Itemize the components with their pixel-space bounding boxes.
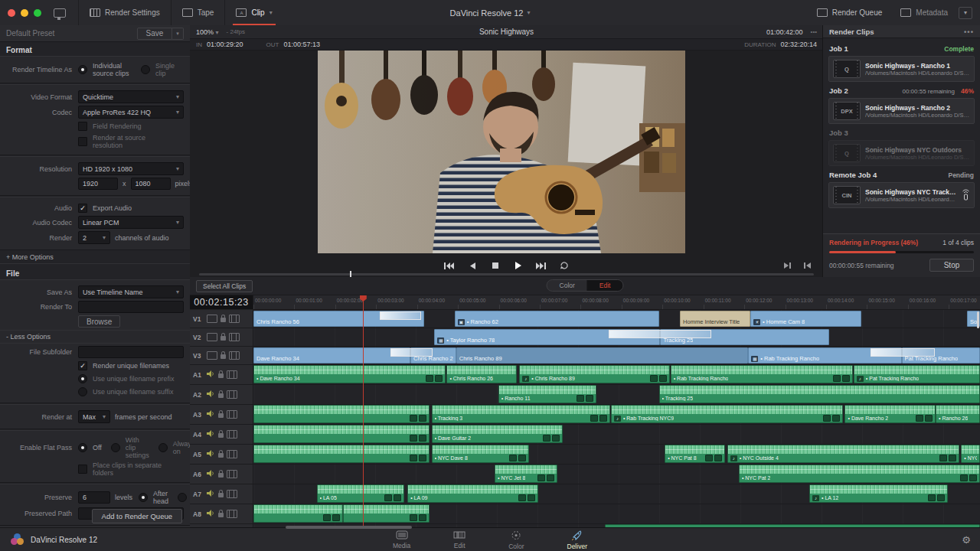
less-options-toggle[interactable]: - Less Options [0,330,190,344]
clip-tool-icon[interactable] [518,455,526,461]
fullscreen-viewer-icon[interactable] [54,8,66,18]
filename-prefix-radio[interactable] [78,374,87,383]
render-at-dropdown[interactable]: Max [78,410,110,423]
clip-tool-icon[interactable] [537,474,545,481]
speaker-icon[interactable] [207,370,215,379]
timeline-audio-clip[interactable]: • NYC Jet 8 [495,465,557,483]
timeline-clip[interactable]: ▣• Rancho 62 [455,311,659,327]
clip-tool-icon[interactable] [833,375,841,382]
stop-icon[interactable] [490,261,501,270]
auto-select-icon[interactable] [227,490,237,498]
zoom-window-icon[interactable] [34,9,41,17]
page-tab-edit[interactable]: Edit [449,530,470,551]
video-enable-icon[interactable] [207,351,217,360]
save-preset-dropdown[interactable]: ▾ [172,28,184,40]
timeline-audio-clip[interactable]: • Dave Guitar 2 [432,425,564,443]
transition-handle[interactable] [871,348,936,357]
channels-dropdown[interactable]: 2 [78,231,110,244]
tab-metadata[interactable]: Metadata [893,8,956,17]
flat-pass-clip-radio[interactable] [111,443,120,452]
resolution-dropdown[interactable]: HD 1920 x 1080 [78,162,184,175]
clip-tool-icon[interactable] [410,514,417,521]
stop-button[interactable]: Stop [929,259,974,272]
viewer-more-menu-icon[interactable]: ••• [811,28,817,35]
add-to-render-queue-button[interactable]: Add to Render Queue [92,509,182,523]
timeline-audio-clip[interactable]: • LA 09 [407,484,538,503]
lock-icon[interactable] [218,373,224,378]
tab-tape[interactable]: Tape [171,0,225,25]
filename-suffix-radio[interactable] [78,387,87,396]
timeline-audio-clip[interactable] [343,504,430,523]
clip-tool-icon[interactable] [590,415,598,422]
render-source-res-checkbox[interactable] [78,137,87,146]
page-tab-media[interactable]: Media [388,530,415,551]
width-field[interactable]: 1920 [78,178,118,190]
select-all-clips-button[interactable]: Select All Clips [196,280,253,292]
play-icon[interactable] [513,261,524,270]
clip-tool-icon[interactable] [939,455,947,461]
goto-out-icon[interactable] [802,261,812,270]
close-window-icon[interactable] [8,9,15,17]
auto-select-icon[interactable] [227,450,237,458]
edit-mode-tab[interactable]: Edit [587,280,623,291]
lock-icon[interactable] [220,318,226,322]
clip-tool-icon[interactable] [586,395,593,402]
place-clips-sep-checkbox[interactable] [78,465,87,474]
tab-render-queue[interactable]: Render Queue [809,8,890,17]
clip-tool-icon[interactable] [419,455,426,461]
timeline-clip[interactable]: Dave Rancho 34 [253,347,410,364]
export-audio-checkbox[interactable] [78,204,87,213]
more-options-toggle[interactable]: + More Options [0,251,190,264]
single-clip-radio[interactable] [141,65,150,74]
loop-icon[interactable] [559,261,570,270]
auto-select-icon[interactable] [227,510,237,518]
transition-handle[interactable] [380,311,421,320]
auto-select-icon[interactable] [227,410,237,419]
field-rendering-checkbox[interactable] [78,122,87,131]
audio-codec-dropdown[interactable]: Linear PCM [78,216,184,229]
clip-tool-icon[interactable] [419,415,426,422]
codec-dropdown[interactable]: Apple ProRes 422 HQ [78,106,184,119]
lock-icon[interactable] [220,354,226,359]
clip-tool-icon[interactable] [949,455,956,461]
transition-handle[interactable] [609,330,711,338]
job-card[interactable]: CINSonic Highways NYC Tracking 1/Volumes… [828,182,975,208]
auto-select-icon[interactable] [227,470,237,478]
flat-pass-off-radio[interactable] [78,443,87,452]
speaker-icon[interactable] [207,430,215,439]
from-tail-radio[interactable] [178,493,187,502]
timeline-audio-clip[interactable]: • Tracking 3 [432,405,610,423]
clip-tool-icon[interactable] [547,474,554,481]
transition-handle[interactable] [390,348,432,357]
timeline-vertical-scrollbar[interactable] [977,311,979,328]
clip-tool-icon[interactable] [925,415,933,422]
timeline-audio-clip[interactable]: • Rab Tracking Rancho [671,365,853,383]
auto-select-icon[interactable] [229,351,240,360]
auto-select-icon[interactable] [227,370,237,379]
clip-tool-icon[interactable] [659,375,667,382]
timeline-audio-clip[interactable] [253,405,430,423]
clip-tool-icon[interactable] [832,415,840,422]
clip-tool-icon[interactable] [384,494,392,501]
clip-tool-icon[interactable] [528,494,535,501]
color-mode-tab[interactable]: Color [547,280,587,291]
page-tab-deliver[interactable]: Deliver [563,530,592,551]
tab-render-settings[interactable]: Render Settings [78,0,171,25]
auto-select-icon[interactable] [229,315,240,323]
timeline-audio-clip[interactable]: • NYC Dave 8 [432,445,529,463]
clip-tool-icon[interactable] [928,494,936,501]
clip-tool-icon[interactable] [705,455,713,461]
timeline-audio-clip[interactable]: ♪• NYC Outside 4 [727,445,960,463]
timeline-clip[interactable]: Chris Rancho 89 [456,347,748,364]
timeline-audio-clip[interactable]: • Dave Rancho 34 [253,365,446,383]
clip-tool-icon[interactable] [916,415,923,422]
individual-clips-radio[interactable] [78,65,87,74]
video-enable-icon[interactable] [207,315,217,323]
video-format-dropdown[interactable]: Quicktime [78,90,184,103]
lock-icon[interactable] [218,433,224,438]
panel-toggle-chevron-icon[interactable]: ▾ [959,7,972,19]
job-card[interactable]: QSonic Highways - Rancho 1/Volumes/Macin… [828,56,975,82]
clip-tool-icon[interactable] [410,415,417,422]
render-clips-menu-icon[interactable]: ••• [964,28,974,36]
speaker-icon[interactable] [207,450,215,458]
